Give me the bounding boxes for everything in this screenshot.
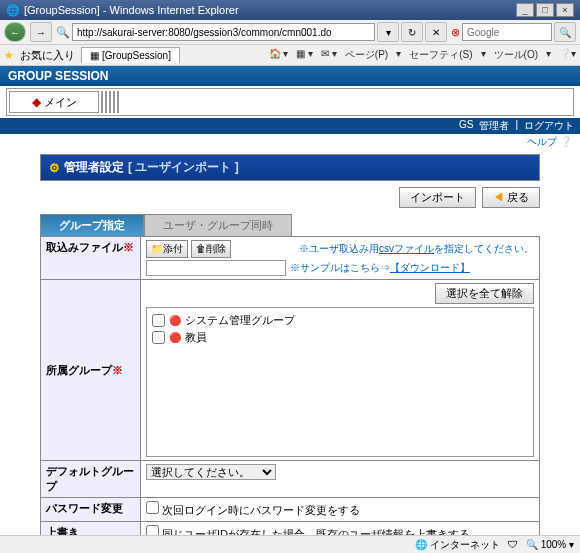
attach-button[interactable]: 📁添付 xyxy=(146,240,188,258)
help-icon[interactable]: ❔▾ xyxy=(559,48,576,62)
refresh-button[interactable]: ↻ xyxy=(401,22,423,42)
group-name: 教員 xyxy=(185,330,207,345)
home-icon[interactable]: 🏠 ▾ xyxy=(269,48,289,62)
page-title: ⚙ 管理者設定 [ ユーザインポート ] xyxy=(40,154,540,181)
main-tab[interactable]: ◆メイン xyxy=(9,91,99,113)
tab-icon: ▦ xyxy=(90,50,99,61)
group-label: 所属グループ※ xyxy=(41,280,141,461)
favorites-label[interactable]: お気に入り xyxy=(20,48,75,63)
download-link[interactable]: 【ダウンロード】 xyxy=(390,262,470,273)
browser-tab[interactable]: ▦ [GroupSession] xyxy=(81,47,180,63)
protected-mode-icon: 🛡 xyxy=(508,539,518,550)
csv-link[interactable]: csvファイル xyxy=(379,243,434,254)
group-checkbox[interactable] xyxy=(152,314,165,327)
admin-bar: GS 管理者 | ログアウト xyxy=(0,118,580,134)
brand-label: GROUP SESSION xyxy=(8,69,108,83)
stop-button[interactable]: ✕ xyxy=(425,22,447,42)
search-icon: ⊗ xyxy=(451,26,460,39)
password-label: パスワード変更 xyxy=(41,498,141,522)
page-menu[interactable]: ページ(P) xyxy=(345,48,388,62)
ie-icon: 🌐 xyxy=(6,4,20,17)
menu-cell xyxy=(105,91,107,113)
arrow-icon: ◀ xyxy=(493,191,504,203)
file-label: 取込みファイル※ xyxy=(41,237,141,280)
minimize-button[interactable]: _ xyxy=(516,3,534,17)
menu-cell xyxy=(113,91,115,113)
favorites-icon[interactable]: ★ xyxy=(4,49,14,62)
password-text: 次回ログイン時にパスワード変更をする xyxy=(162,504,360,516)
zoom-level[interactable]: 🔍 100% ▾ xyxy=(526,539,574,550)
group-checkbox[interactable] xyxy=(152,331,165,344)
tab-label: [GroupSession] xyxy=(102,50,171,61)
import-button[interactable]: インポート xyxy=(399,187,476,208)
tab-usergroup[interactable]: ユーザ・グループ同時 xyxy=(144,214,292,236)
file-note: ※ユーザ取込み用csvファイルを指定してください。 xyxy=(299,242,534,256)
list-item: 🔴 システム管理グループ xyxy=(151,312,529,329)
internet-zone: 🌐 インターネット xyxy=(415,538,500,552)
home-icon: ◆ xyxy=(32,95,41,109)
menu-cell xyxy=(109,91,111,113)
default-group-label: デフォルトグループ xyxy=(41,461,141,498)
address-input[interactable] xyxy=(72,23,375,41)
admin-link[interactable]: 管理者 xyxy=(479,119,509,133)
back-button[interactable]: ◀ 戻る xyxy=(482,187,540,208)
mail-icon[interactable]: ✉ ▾ xyxy=(321,48,337,62)
list-item: 🔴 教員 xyxy=(151,329,529,346)
gs-link[interactable]: GS xyxy=(459,119,473,133)
status-bar: 🌐 インターネット 🛡 🔍 100% ▾ xyxy=(0,535,580,553)
form-table: 取込みファイル※ 📁添付 🗑削除 ※ユーザ取込み用csvファイルを指定してくださ… xyxy=(40,236,540,546)
sample-note: ※サンプルはこちら⇒【ダウンロード】 xyxy=(290,261,470,275)
group-icon: 🔴 xyxy=(169,315,181,326)
help-bar: ヘルプ ❔ xyxy=(0,134,580,150)
window-titlebar: 🌐 [GroupSession] - Windows Internet Expl… xyxy=(0,0,580,20)
window-title: [GroupSession] - Windows Internet Explor… xyxy=(24,4,239,16)
forward-button[interactable]: → xyxy=(30,22,52,42)
form-tabs: グループ指定 ユーザ・グループ同時 xyxy=(40,214,540,236)
back-button[interactable]: ← xyxy=(4,22,26,42)
help-link[interactable]: ヘルプ ❔ xyxy=(527,136,572,147)
search-input[interactable] xyxy=(462,23,552,41)
file-path-input[interactable] xyxy=(146,260,286,276)
search-button[interactable]: 🔍 xyxy=(554,22,576,42)
group-name: システム管理グループ xyxy=(185,313,295,328)
menu-bar: ◆メイン xyxy=(6,88,574,116)
nav-toolbar: ← → 🔍 ▾ ↻ ✕ ⊗ 🔍 xyxy=(0,20,580,45)
logout-link[interactable]: ログアウト xyxy=(524,119,574,133)
app-header: GROUP SESSION xyxy=(0,66,580,86)
tools-menu[interactable]: ツール(O) xyxy=(494,48,538,62)
gear-icon: ⚙ xyxy=(49,161,60,175)
feed-icon[interactable]: ▦ ▾ xyxy=(296,48,313,62)
maximize-button[interactable]: □ xyxy=(536,3,554,17)
group-list: 🔴 システム管理グループ 🔴 教員 xyxy=(146,307,534,457)
safety-menu[interactable]: セーフティ(S) xyxy=(409,48,472,62)
close-button[interactable]: × xyxy=(556,3,574,17)
go-button[interactable]: ▾ xyxy=(377,22,399,42)
delete-button[interactable]: 🗑削除 xyxy=(191,240,231,258)
menu-cell xyxy=(101,91,103,113)
folder-icon: 📁 xyxy=(151,243,163,254)
tab-group[interactable]: グループ指定 xyxy=(40,214,144,236)
globe-icon: 🔍 xyxy=(56,26,70,39)
default-group-select[interactable]: 選択してください。 xyxy=(146,464,276,480)
group-icon: 🔴 xyxy=(169,332,181,343)
deselect-all-button[interactable]: 選択を全て解除 xyxy=(435,283,534,304)
trash-icon: 🗑 xyxy=(196,243,206,254)
password-checkbox[interactable] xyxy=(146,501,159,514)
favorites-bar: ★ お気に入り ▦ [GroupSession] 🏠 ▾ ▦ ▾ ✉ ▾ ページ… xyxy=(0,45,580,66)
menu-cell xyxy=(117,91,119,113)
